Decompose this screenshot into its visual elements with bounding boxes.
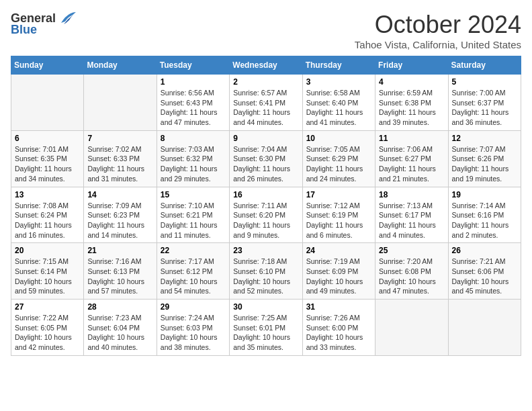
day-number: 10 (306, 134, 371, 143)
calendar-table: SundayMondayTuesdayWednesdayThursdayFrid… (11, 56, 521, 356)
day-info: Sunrise: 7:20 AMSunset: 6:08 PMDaylight:… (379, 257, 444, 296)
day-info: Sunrise: 7:02 AMSunset: 6:33 PMDaylight:… (87, 144, 152, 184)
day-info: Sunrise: 7:15 AMSunset: 6:14 PMDaylight:… (15, 257, 80, 296)
day-info: Sunrise: 7:26 AMSunset: 6:00 PMDaylight:… (306, 313, 371, 353)
calendar-cell: 18Sunrise: 7:13 AMSunset: 6:17 PMDayligh… (375, 187, 448, 243)
calendar-header-thursday: Thursday (302, 56, 375, 75)
day-info: Sunrise: 7:21 AMSunset: 6:06 PMDaylight:… (452, 257, 517, 296)
month-title: October 2024 (355, 11, 521, 39)
calendar-cell: 15Sunrise: 7:10 AMSunset: 6:21 PMDayligh… (157, 187, 229, 243)
day-number: 28 (87, 302, 152, 312)
day-number: 17 (306, 190, 371, 199)
day-info: Sunrise: 7:05 AMSunset: 6:29 PMDaylight:… (306, 144, 371, 184)
day-info: Sunrise: 7:12 AMSunset: 6:19 PMDaylight:… (306, 201, 371, 240)
day-number: 26 (452, 246, 517, 255)
day-info: Sunrise: 7:13 AMSunset: 6:17 PMDaylight:… (379, 201, 444, 240)
calendar-cell: 12Sunrise: 7:07 AMSunset: 6:26 PMDayligh… (448, 130, 521, 187)
calendar-cell (448, 300, 521, 356)
day-info: Sunrise: 6:58 AMSunset: 6:40 PMDaylight:… (306, 88, 371, 128)
calendar-cell: 19Sunrise: 7:14 AMSunset: 6:16 PMDayligh… (448, 187, 521, 243)
day-number: 14 (87, 190, 152, 199)
day-info: Sunrise: 7:22 AMSunset: 6:05 PMDaylight:… (15, 313, 80, 353)
page-header: General Blue October 2024 Tahoe Vista, C… (11, 11, 521, 50)
calendar-cell: 28Sunrise: 7:23 AMSunset: 6:04 PMDayligh… (84, 300, 157, 356)
logo-blue-text: Blue (11, 23, 37, 37)
day-info: Sunrise: 7:23 AMSunset: 6:04 PMDaylight:… (87, 313, 152, 353)
calendar-week-row: 27Sunrise: 7:22 AMSunset: 6:05 PMDayligh… (11, 300, 521, 356)
day-number: 12 (452, 134, 517, 143)
calendar-header-wednesday: Wednesday (230, 56, 302, 75)
day-number: 9 (233, 134, 298, 143)
calendar-cell: 25Sunrise: 7:20 AMSunset: 6:08 PMDayligh… (375, 243, 448, 300)
day-info: Sunrise: 7:17 AMSunset: 6:12 PMDaylight:… (161, 257, 226, 296)
day-number: 25 (379, 246, 444, 255)
day-info: Sunrise: 7:04 AMSunset: 6:30 PMDaylight:… (233, 144, 298, 184)
day-info: Sunrise: 7:19 AMSunset: 6:09 PMDaylight:… (306, 257, 371, 296)
calendar-week-row: 1Sunrise: 6:56 AMSunset: 6:43 PMDaylight… (11, 75, 521, 131)
calendar-header-friday: Friday (375, 56, 448, 75)
calendar-cell (84, 75, 157, 131)
calendar-cell: 2Sunrise: 6:57 AMSunset: 6:41 PMDaylight… (230, 75, 302, 131)
location-title: Tahoe Vista, California, United States (355, 39, 521, 50)
day-info: Sunrise: 7:16 AMSunset: 6:13 PMDaylight:… (87, 257, 152, 296)
day-number: 18 (379, 190, 444, 199)
calendar-cell: 20Sunrise: 7:15 AMSunset: 6:14 PMDayligh… (11, 243, 84, 300)
calendar-cell: 5Sunrise: 7:00 AMSunset: 6:37 PMDaylight… (448, 75, 521, 131)
calendar-header-row: SundayMondayTuesdayWednesdayThursdayFrid… (11, 56, 521, 75)
calendar-cell: 11Sunrise: 7:06 AMSunset: 6:27 PMDayligh… (375, 130, 448, 187)
calendar-header-tuesday: Tuesday (157, 56, 229, 75)
calendar-cell: 8Sunrise: 7:03 AMSunset: 6:32 PMDaylight… (157, 130, 229, 187)
day-number: 15 (161, 190, 226, 199)
day-info: Sunrise: 6:57 AMSunset: 6:41 PMDaylight:… (233, 88, 298, 128)
day-number: 8 (161, 134, 226, 143)
day-number: 22 (161, 246, 226, 255)
calendar-cell (11, 75, 84, 131)
calendar-cell: 17Sunrise: 7:12 AMSunset: 6:19 PMDayligh… (302, 187, 375, 243)
calendar-cell: 9Sunrise: 7:04 AMSunset: 6:30 PMDaylight… (230, 130, 302, 187)
calendar-cell: 3Sunrise: 6:58 AMSunset: 6:40 PMDaylight… (302, 75, 375, 131)
day-info: Sunrise: 7:24 AMSunset: 6:03 PMDaylight:… (161, 313, 226, 353)
calendar-cell: 27Sunrise: 7:22 AMSunset: 6:05 PMDayligh… (11, 300, 84, 356)
calendar-cell: 10Sunrise: 7:05 AMSunset: 6:29 PMDayligh… (302, 130, 375, 187)
calendar-header-sunday: Sunday (11, 56, 84, 75)
day-number: 16 (233, 190, 298, 199)
day-info: Sunrise: 7:10 AMSunset: 6:21 PMDaylight:… (161, 201, 226, 240)
calendar-week-row: 6Sunrise: 7:01 AMSunset: 6:35 PMDaylight… (11, 130, 521, 187)
day-number: 7 (87, 134, 152, 143)
day-number: 31 (306, 302, 371, 312)
day-number: 19 (452, 190, 517, 199)
calendar-week-row: 20Sunrise: 7:15 AMSunset: 6:14 PMDayligh… (11, 243, 521, 300)
logo-bird-icon (58, 11, 77, 26)
day-number: 4 (379, 77, 444, 87)
day-number: 1 (161, 77, 226, 87)
day-info: Sunrise: 7:18 AMSunset: 6:10 PMDaylight:… (233, 257, 298, 296)
day-number: 6 (15, 134, 80, 143)
day-info: Sunrise: 6:59 AMSunset: 6:38 PMDaylight:… (379, 88, 444, 128)
day-info: Sunrise: 6:56 AMSunset: 6:43 PMDaylight:… (161, 88, 226, 128)
day-number: 5 (452, 77, 517, 87)
day-number: 2 (233, 77, 298, 87)
calendar-cell: 26Sunrise: 7:21 AMSunset: 6:06 PMDayligh… (448, 243, 521, 300)
day-info: Sunrise: 7:00 AMSunset: 6:37 PMDaylight:… (452, 88, 517, 128)
day-info: Sunrise: 7:25 AMSunset: 6:01 PMDaylight:… (233, 313, 298, 353)
calendar-cell: 16Sunrise: 7:11 AMSunset: 6:20 PMDayligh… (230, 187, 302, 243)
calendar-header-monday: Monday (84, 56, 157, 75)
calendar-cell: 1Sunrise: 6:56 AMSunset: 6:43 PMDaylight… (157, 75, 229, 131)
day-info: Sunrise: 7:11 AMSunset: 6:20 PMDaylight:… (233, 201, 298, 240)
day-number: 30 (233, 302, 298, 312)
day-info: Sunrise: 7:01 AMSunset: 6:35 PMDaylight:… (15, 144, 80, 184)
day-number: 13 (15, 190, 80, 199)
day-number: 20 (15, 246, 80, 255)
day-number: 29 (161, 302, 226, 312)
day-info: Sunrise: 7:14 AMSunset: 6:16 PMDaylight:… (452, 201, 517, 240)
title-area: October 2024 Tahoe Vista, California, Un… (355, 11, 521, 50)
calendar-cell: 7Sunrise: 7:02 AMSunset: 6:33 PMDaylight… (84, 130, 157, 187)
calendar-cell: 14Sunrise: 7:09 AMSunset: 6:23 PMDayligh… (84, 187, 157, 243)
logo: General Blue (11, 11, 77, 37)
calendar-cell: 23Sunrise: 7:18 AMSunset: 6:10 PMDayligh… (230, 243, 302, 300)
calendar-cell: 22Sunrise: 7:17 AMSunset: 6:12 PMDayligh… (157, 243, 229, 300)
day-info: Sunrise: 7:09 AMSunset: 6:23 PMDaylight:… (87, 201, 152, 240)
calendar-cell: 4Sunrise: 6:59 AMSunset: 6:38 PMDaylight… (375, 75, 448, 131)
calendar-cell: 24Sunrise: 7:19 AMSunset: 6:09 PMDayligh… (302, 243, 375, 300)
calendar-cell: 21Sunrise: 7:16 AMSunset: 6:13 PMDayligh… (84, 243, 157, 300)
